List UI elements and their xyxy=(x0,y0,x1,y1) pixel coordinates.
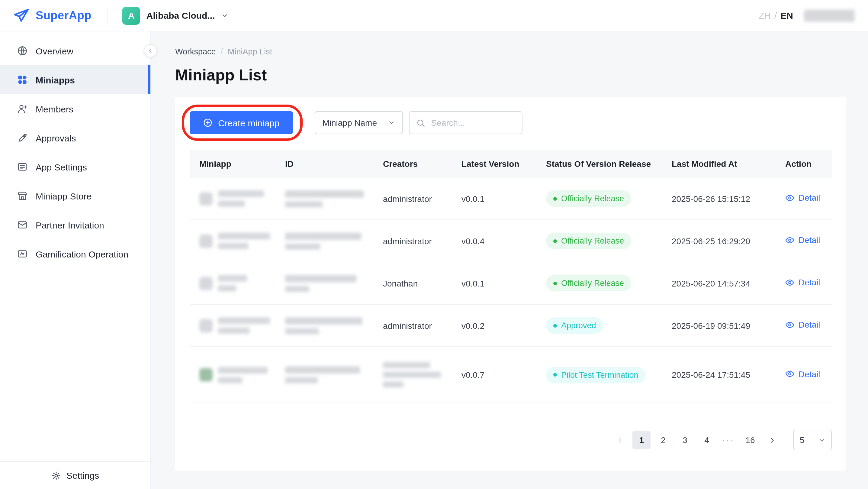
status-cell: Officially Release xyxy=(536,275,662,291)
action-cell: Detail xyxy=(776,369,832,380)
settings-label: Settings xyxy=(66,470,99,481)
page-button-4[interactable]: 4 xyxy=(698,431,716,449)
sidebar-item-label: App Settings xyxy=(36,162,87,172)
sidebar-item-miniapps[interactable]: Miniapps xyxy=(0,65,150,94)
sidebar-item-gamification-operation[interactable]: Gamification Operation xyxy=(0,239,150,268)
creators-cell: administrator xyxy=(373,236,452,246)
search-box xyxy=(409,111,522,134)
lang-en[interactable]: EN xyxy=(780,10,793,21)
sidebar-item-app-settings[interactable]: App Settings xyxy=(0,152,150,181)
search-input[interactable] xyxy=(430,117,515,128)
status-badge: Officially Release xyxy=(546,275,631,291)
user-name-redacted[interactable] xyxy=(804,9,855,22)
action-cell: Detail xyxy=(776,193,832,204)
status-dot-icon xyxy=(553,324,557,327)
version-cell: v0.0.1 xyxy=(452,194,536,203)
header-divider xyxy=(107,8,108,23)
page-button-2[interactable]: 2 xyxy=(654,431,672,449)
sidebar-item-members[interactable]: Members xyxy=(0,94,150,123)
top-header: SuperApp A Alibaba Cloud... ZH / EN xyxy=(0,0,868,31)
table-row: administrator v0.0.2 Approved 2025-06-19… xyxy=(190,305,832,347)
sidebar-item-settings[interactable]: Settings xyxy=(0,461,150,489)
sidebar-item-overview[interactable]: Overview xyxy=(0,36,150,65)
miniapp-list-card: Create miniapp Miniapp Name xyxy=(175,97,846,471)
sidebar: Overview Miniapps Members Approvals xyxy=(0,31,151,489)
pagination: 1 2 3 4 ··· 16 5 xyxy=(190,430,832,450)
page-size-select[interactable]: 5 xyxy=(793,430,832,450)
chevron-down-icon xyxy=(388,119,395,126)
status-badge: Officially Release xyxy=(546,191,631,207)
sidebar-item-partner-invitation[interactable]: Partner Invitation xyxy=(0,210,150,239)
workspace-selector[interactable]: A Alibaba Cloud... xyxy=(122,6,228,25)
status-dot-icon xyxy=(553,281,557,285)
table-row: administrator v0.0.4 Officially Release … xyxy=(190,220,832,262)
redacted-app-icon xyxy=(199,319,213,332)
eye-icon xyxy=(785,370,794,379)
modified-cell: 2025-06-24 17:51:45 xyxy=(662,370,776,380)
superapp-logo-icon xyxy=(12,6,30,25)
filter-type-select[interactable]: Miniapp Name xyxy=(314,111,403,134)
page-button-1[interactable]: 1 xyxy=(632,431,651,449)
create-miniapp-button[interactable]: Create miniapp xyxy=(190,111,293,134)
page-button-3[interactable]: 3 xyxy=(676,431,694,449)
sidebar-item-miniapp-store[interactable]: Miniapp Store xyxy=(0,181,150,210)
app-logo: SuperApp xyxy=(0,6,92,25)
status-dot-icon xyxy=(553,197,557,200)
next-page-button[interactable] xyxy=(763,431,781,449)
workspace-avatar: A xyxy=(122,6,141,25)
sidebar-item-approvals[interactable]: Approvals xyxy=(0,123,150,152)
status-dot-icon xyxy=(553,239,557,243)
sidebar-collapse-button[interactable] xyxy=(144,44,157,57)
id-cell-redacted xyxy=(275,317,373,334)
table-header-row: Miniapp ID Creators Latest Version Statu… xyxy=(190,150,832,178)
sidebar-item-label: Approvals xyxy=(36,133,76,143)
eye-icon xyxy=(785,236,794,245)
detail-link[interactable]: Detail xyxy=(785,320,820,330)
action-cell: Detail xyxy=(776,235,832,247)
breadcrumb-workspace[interactable]: Workspace xyxy=(175,47,216,56)
action-cell: Detail xyxy=(776,320,832,331)
store-icon xyxy=(17,191,28,201)
lang-zh[interactable]: ZH xyxy=(759,10,771,21)
chevron-right-icon xyxy=(769,437,775,443)
version-cell: v0.0.4 xyxy=(452,236,536,246)
detail-link[interactable]: Detail xyxy=(785,369,820,379)
page-button-16[interactable]: 16 xyxy=(741,431,759,449)
header-right: ZH / EN xyxy=(759,9,868,22)
status-cell: Approved xyxy=(536,317,662,334)
app-window: SuperApp A Alibaba Cloud... ZH / EN xyxy=(0,0,868,489)
detail-link[interactable]: Detail xyxy=(785,235,820,245)
col-id: ID xyxy=(275,159,373,169)
breadcrumb-separator: / xyxy=(221,47,223,56)
page-title: Miniapp List xyxy=(175,66,846,85)
sidebar-item-label: Miniapps xyxy=(36,75,75,85)
modified-cell: 2025-06-25 16:29:20 xyxy=(662,236,776,246)
eye-icon xyxy=(785,278,794,287)
creators-cell-redacted xyxy=(373,362,452,387)
eye-icon xyxy=(785,194,794,202)
col-creators: Creators xyxy=(373,159,452,169)
chevron-down-icon xyxy=(221,12,228,19)
sidebar-item-label: Overview xyxy=(36,46,73,56)
page-size-value: 5 xyxy=(800,435,805,445)
miniapp-cell-redacted xyxy=(190,317,275,334)
redacted-app-icon xyxy=(199,234,213,248)
detail-link[interactable]: Detail xyxy=(785,193,820,203)
redacted-app-icon xyxy=(199,192,213,205)
status-cell: Officially Release xyxy=(536,191,662,207)
creators-cell: Jonathan xyxy=(373,278,452,288)
workspace-name: Alibaba Cloud... xyxy=(147,10,215,21)
id-cell-redacted xyxy=(275,275,373,292)
create-miniapp-label: Create miniapp xyxy=(218,118,279,128)
page-ellipsis[interactable]: ··· xyxy=(719,431,738,449)
miniapp-cell-redacted xyxy=(190,191,275,207)
breadcrumb-current: MiniApp List xyxy=(228,47,272,56)
modified-cell: 2025-06-20 14:57:34 xyxy=(662,278,776,288)
prev-page-button[interactable] xyxy=(611,431,629,449)
detail-link[interactable]: Detail xyxy=(785,278,820,287)
modified-cell: 2025-06-19 09:51:49 xyxy=(662,321,776,330)
miniapp-cell-redacted xyxy=(190,367,275,383)
id-cell-redacted xyxy=(275,190,373,207)
eye-icon xyxy=(785,320,794,329)
language-switch: ZH / EN xyxy=(759,10,793,21)
